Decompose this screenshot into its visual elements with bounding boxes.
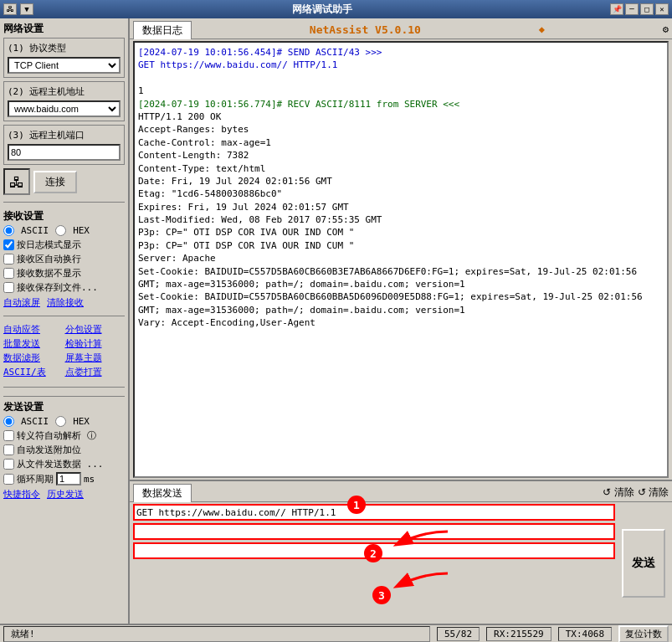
history-send-link[interactable]: 历史发送 [47,488,84,501]
data-filter-link[interactable]: 数据滤形 [3,352,64,364]
log-content[interactable]: [2024-07-19 10:01:56.454]# SEND ASCII/43… [133,41,669,478]
check-calc-link[interactable]: 检验计算 [65,337,126,350]
log-line-9: Content-Length: 7382 [138,149,664,162]
status-rx: RX:215529 [486,627,551,641]
data-log-section: 数据日志 NetAssist V5.0.10 ◆ ⚙ [2024-07-19 1… [130,18,672,481]
send-input-3[interactable] [133,542,615,559]
batch-send-link[interactable]: 分包设置 [65,323,126,336]
recv-no-display: 接收数据不显示 [3,267,125,280]
network-settings-label: 网络设置 [3,22,125,36]
recv-no-display-cb[interactable] [3,268,14,279]
divider-1 [3,202,125,203]
close-button[interactable]: ✕ [655,3,669,15]
log-line-17: Server: Apache [138,252,664,265]
clear-receive-link[interactable]: 清除接收 [47,296,84,309]
log-line-6: HTTP/1.1 200 OK [138,110,664,123]
bulk-send-link[interactable]: 批量发送 [3,337,64,350]
log-line-13: Expires: Fri, 19 Jul 2024 02:01:57 GMT [138,201,664,213]
screen-theme-link[interactable]: 屏幕主题 [65,352,126,364]
pin-button[interactable]: 📌 [610,3,623,15]
log-line-1: [2024-07-19 10:01:56.454]# SEND ASCII/43… [138,46,664,59]
cycle-unit-label: ms [84,474,95,485]
send-input-2[interactable] [133,523,615,540]
app-menu-button[interactable]: 🖧 [3,3,17,15]
remote-host-select[interactable]: www.baidu.com [8,100,121,117]
send-auto-append: 自动发送附加位 [3,444,125,456]
recv-save-file-cb[interactable] [3,282,14,293]
send-escape-parse-cb[interactable] [3,430,14,441]
data-log-tab[interactable]: 数据日志 [133,21,192,39]
maximize-button[interactable]: □ [640,3,654,15]
quick-cmd-link[interactable]: 快捷指令 [3,488,40,501]
send-button-area: 发送 [618,504,669,622]
log-line-7: Accept-Ranges: bytes [138,123,664,136]
status-tx: TX:4068 [558,627,612,641]
app-menu-arrow[interactable]: ▼ [20,3,33,15]
auto-reply-link[interactable]: 自动应答 [3,323,64,336]
recv-auto-wrap-label: 接收区自动换行 [17,253,81,265]
send-settings-label: 发送设置 [3,400,125,414]
recv-log-mode-label: 按日志模式显示 [17,239,81,251]
left-panel: 网络设置 (1) 协议类型 TCP Client TCP Server UDP … [0,18,130,624]
data-send-section: 数据发送 ↺ 清除 ↺ 清除 发送 [130,481,672,624]
recv-auto-wrap-cb[interactable] [3,254,14,265]
send-escape-parse-label: 转义符自动解析 ⓘ [17,429,96,442]
log-line-10: Content-Type: text/html [138,162,664,175]
send-hex-radio[interactable] [55,416,66,427]
title-bar: 🖧 ▼ 网络调试助手 📌 ─ □ ✕ [0,0,672,18]
log-line-18: Set-Cookie: BAIDUID=C557D5BA60CB660B3E7A… [138,265,664,291]
title-bar-left: 🖧 ▼ [3,3,33,15]
clear-button[interactable]: ↺ 清除 [603,485,634,500]
recv-log-mode: 按日志模式显示 [3,239,125,251]
auto-screen-link[interactable]: 自动滚屏 [3,296,40,309]
send-ascii-label: ASCII [21,416,49,427]
network-icon: 🖧 [3,168,30,195]
divider-3 [3,387,125,388]
recv-ascii-label: ASCII [21,225,49,236]
protocol-type-select[interactable]: TCP Client TCP Server UDP [8,57,121,74]
send-encoding-group: ASCII HEX [3,416,125,427]
send-loop-cycle-cb[interactable] [3,474,14,485]
send-hex-label: HEX [73,416,90,427]
clear-all-button[interactable]: ↺ 清除 [638,485,669,500]
dot-points-link[interactable]: 点娄打置 [65,366,126,378]
status-bar: 就绪! 55/82 RX:215529 TX:4068 复位计数 [0,624,672,642]
log-tab-bar: 数据日志 NetAssist V5.0.10 ◆ ⚙ [130,18,672,39]
reset-count-button[interactable]: 复位计数 [618,625,669,643]
send-settings-section: 发送设置 ASCII HEX 转义符自动解析 ⓘ 自动发送附加位 从文件发送数据… [3,396,125,501]
protocol-type-group: (1) 协议类型 TCP Client TCP Server UDP [3,38,125,78]
send-controls: ↺ 清除 ↺ 清除 [603,485,669,500]
data-send-tab[interactable]: 数据发送 [133,484,192,502]
recv-auto-wrap: 接收区自动换行 [3,253,125,265]
ascii-table-link[interactable]: ASCII/表 [3,366,64,378]
divider-2 [3,316,125,316]
connect-button[interactable]: 连接 [33,171,77,193]
log-line-19: Set-Cookie: BAIDUID=C557D5BA60CB660BBA5D… [138,290,664,316]
send-input-1[interactable] [133,504,615,521]
send-from-file-cb[interactable] [3,459,14,470]
settings-icon[interactable]: ⚙ [663,23,669,35]
cycle-ms-input[interactable]: 1 [56,472,81,485]
send-auto-append-cb[interactable] [3,444,14,455]
recv-ascii-radio[interactable] [3,225,14,236]
log-line-20: Vary: Accept-Encoding,User-Agent [138,316,664,329]
network-settings-section: 网络设置 (1) 协议类型 TCP Client TCP Server UDP … [3,22,125,195]
log-line-16: P3p: CP=" OTI DSP COR IVA OUR IND CUM " [138,239,664,252]
send-from-file: 从文件发送数据 ... [3,458,125,470]
send-from-file-label: 从文件发送数据 ... [17,458,104,470]
remote-port-input[interactable]: 80 [8,144,121,161]
recv-no-display-label: 接收数据不显示 [17,267,81,280]
send-button[interactable]: 发送 [622,529,665,598]
remote-host-label: (2) 远程主机地址 [8,85,121,98]
protocol-type-label: (1) 协议类型 [8,42,121,54]
send-ascii-radio[interactable] [3,416,14,427]
remote-port-group: (3) 远程主机端口 80 [3,125,125,165]
recv-log-mode-cb[interactable] [3,239,14,250]
netassist-label: NetAssist V5.0.10 [310,23,421,36]
recv-hex-radio[interactable] [55,225,66,236]
send-escape-parse: 转义符自动解析 ⓘ [3,429,125,442]
log-line-4: 1 [138,85,664,97]
minimize-button[interactable]: ─ [625,3,639,15]
send-inputs [133,504,615,622]
diamond-icon: ◆ [539,23,545,35]
